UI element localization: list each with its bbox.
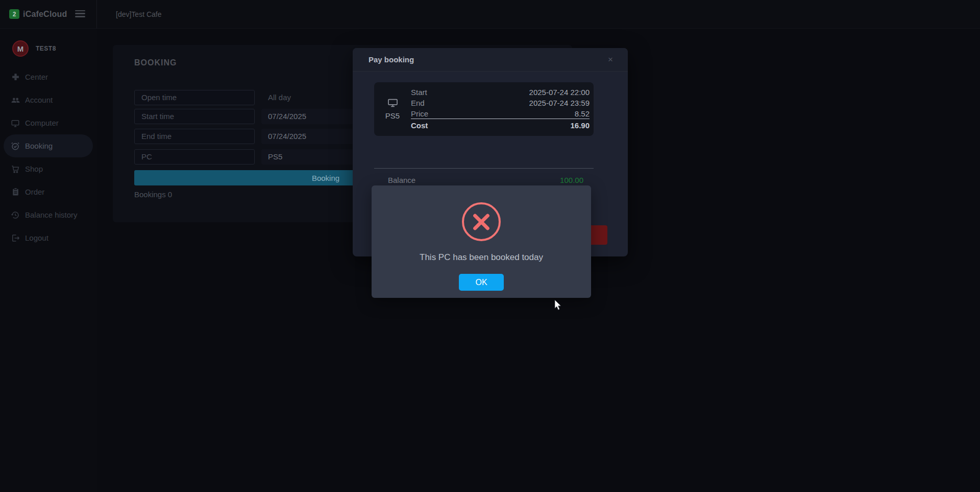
computer-icon <box>10 118 20 128</box>
brand-name: iCafeCloud <box>23 10 67 19</box>
modal-divider <box>374 168 594 169</box>
modal-title: Pay booking <box>369 55 414 64</box>
sidebar-item-label: Center <box>25 73 48 81</box>
sidebar: M TEST8 Center Account Computer Boo <box>0 29 97 492</box>
sidebar-item-order[interactable]: Order <box>4 180 93 203</box>
avatar[interactable]: M <box>12 40 29 57</box>
brand: 2 iCafeCloud <box>0 0 97 29</box>
mouse-cursor <box>554 299 563 313</box>
close-icon[interactable]: × <box>608 55 613 64</box>
sidebar-item-label: Account <box>25 96 53 104</box>
history-icon <box>10 210 20 220</box>
detail-value: 2025-07-24 23:59 <box>529 99 590 107</box>
sidebar-item-label: Balance history <box>25 210 78 219</box>
sidebar-item-label: Logout <box>25 233 48 242</box>
shop-icon <box>10 164 20 174</box>
sidebar-item-computer[interactable]: Computer <box>4 111 93 134</box>
bookings-count: Bookings 0 <box>134 190 172 199</box>
detail-label: Cost <box>411 121 428 130</box>
order-icon <box>10 187 20 197</box>
sidebar-item-center[interactable]: Center <box>4 65 93 88</box>
end-time-label: End time <box>134 129 255 144</box>
pc-label: PC <box>134 149 255 165</box>
balance-row: Balance 100.00 <box>353 175 628 185</box>
modal-header: Pay booking × <box>353 48 628 72</box>
detail-value: 16.90 <box>570 121 590 130</box>
sidebar-nav: Center Account Computer Booking Shop <box>0 65 97 249</box>
sidebar-item-balance-history[interactable]: Balance history <box>4 203 93 226</box>
page-title: BOOKING <box>134 58 177 67</box>
detail-row-end: End 2025-07-24 23:59 <box>411 98 590 108</box>
user-name: TEST8 <box>36 45 56 52</box>
alert-dialog: This PC has been booked today OK <box>372 185 591 298</box>
sidebar-item-logout[interactable]: Logout <box>4 226 93 249</box>
detail-column: Start 2025-07-24 22:00 End 2025-07-24 23… <box>411 82 594 136</box>
balance-label: Balance <box>388 176 415 184</box>
sidebar-item-label: Shop <box>25 165 43 173</box>
sidebar-item-label: Booking <box>25 142 53 150</box>
start-time-label: Start time <box>134 109 255 124</box>
alert-message: This PC has been booked today <box>420 252 543 263</box>
menu-toggle-icon[interactable] <box>75 10 85 18</box>
sidebar-item-label: Order <box>25 188 44 196</box>
logout-icon <box>10 233 20 243</box>
error-x-icon <box>462 202 501 241</box>
sidebar-item-label: Computer <box>25 119 59 127</box>
device-column: PS5 <box>374 82 411 136</box>
device-name: PS5 <box>385 111 400 120</box>
center-icon <box>10 72 20 82</box>
brand-logo-icon: 2 <box>9 9 19 19</box>
sidebar-item-shop[interactable]: Shop <box>4 157 93 180</box>
device-summary-card: PS5 Start 2025-07-24 22:00 End 2025-07-2… <box>374 82 594 136</box>
detail-row-price: Price 8.52 <box>411 108 590 119</box>
sidebar-item-booking[interactable]: Booking <box>4 134 93 157</box>
detail-label: Start <box>411 88 427 97</box>
detail-value: 8.52 <box>575 109 590 118</box>
open-time-label: Open time <box>134 90 255 105</box>
sidebar-item-account[interactable]: Account <box>4 88 93 111</box>
booking-icon <box>10 141 20 151</box>
cafe-title: [dev]Test Cafe <box>116 10 162 18</box>
account-icon <box>10 95 20 105</box>
detail-row-cost: Cost 16.90 <box>411 119 590 130</box>
detail-label: Price <box>411 109 428 118</box>
balance-value: 100.00 <box>560 176 583 184</box>
detail-value: 2025-07-24 22:00 <box>529 88 590 97</box>
detail-label: End <box>411 99 425 107</box>
topbar: 2 iCafeCloud [dev]Test Cafe <box>0 0 980 29</box>
ok-button[interactable]: OK <box>459 274 504 291</box>
monitor-icon <box>387 99 398 109</box>
user-row: M TEST8 <box>0 40 97 57</box>
detail-row-start: Start 2025-07-24 22:00 <box>411 87 590 98</box>
